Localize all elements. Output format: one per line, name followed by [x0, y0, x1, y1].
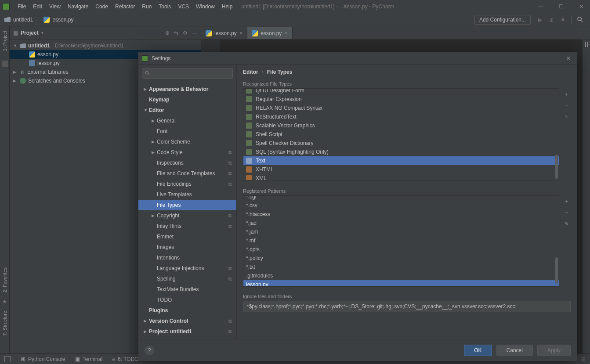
file-type-item[interactable]: Spell Checker Dictionary	[256, 140, 313, 146]
tree-file-lesson[interactable]: lesson.py	[37, 60, 60, 66]
nav-copyright[interactable]: ▶Copyright⧉	[138, 210, 236, 221]
nav-live-templates[interactable]: Live Templates	[138, 189, 236, 200]
maximize-button[interactable]: ☐	[555, 4, 567, 10]
menu-view[interactable]: View	[46, 2, 64, 11]
settings-search[interactable]	[142, 68, 233, 79]
nav-code-style[interactable]: ▶Code Style⧉	[138, 147, 236, 158]
search-icon[interactable]	[576, 15, 584, 24]
menu-help[interactable]: Help	[218, 2, 236, 11]
nav-emmet[interactable]: Emmet	[138, 231, 236, 242]
tree-file-esson[interactable]: esson.py	[37, 51, 58, 58]
scratches[interactable]: Scratches and Consoles	[28, 78, 85, 84]
close-icon[interactable]: ×	[239, 30, 243, 36]
nav-project[interactable]: ▶Project: untitled1⧉	[138, 326, 236, 337]
gutter-tab-favorites[interactable]: 2: Favorites	[1, 263, 8, 297]
nav-textmate[interactable]: TextMate Bundles	[138, 284, 236, 295]
file-type-item-selected[interactable]: Text	[256, 158, 265, 164]
python-console-tab[interactable]: ⌘Python Console	[20, 356, 65, 362]
nav-intentions[interactable]: Intentions	[138, 252, 236, 263]
nav-file-types[interactable]: File Types	[138, 200, 236, 210]
locate-icon[interactable]: ⊕	[165, 30, 170, 36]
close-icon[interactable]: ×	[284, 30, 288, 36]
gutter-tab-project[interactable]: 1: Project	[1, 26, 8, 55]
menu-code[interactable]: Code	[92, 2, 112, 11]
external-libraries[interactable]: External Libraries	[27, 69, 68, 75]
pattern-item[interactable]: *.jad	[246, 220, 257, 226]
pattern-item[interactable]: *.jam	[246, 229, 258, 235]
nav-file-templates[interactable]: File and Code Templates⧉	[138, 168, 236, 179]
expand-icon[interactable]: ⇆	[174, 30, 178, 36]
close-button[interactable]: ✕	[575, 4, 587, 10]
menu-vcs[interactable]: VCS	[174, 2, 192, 11]
tab-lesson[interactable]: lesson.py×	[201, 27, 247, 39]
pattern-item[interactable]: *.htaccess	[246, 211, 270, 217]
pattern-item[interactable]: *.cgi	[246, 195, 256, 200]
file-type-item[interactable]: Shell Script	[256, 131, 282, 137]
nav-lang-inject[interactable]: Language Injections⧉	[138, 263, 236, 274]
pattern-item-selected[interactable]: lesson.py	[246, 281, 268, 287]
nav-plugins[interactable]: Plugins	[138, 305, 236, 316]
file-type-item[interactable]: ReStructuredText	[256, 114, 297, 120]
nav-keymap[interactable]: Keymap	[138, 94, 236, 105]
edit-pattern-button[interactable]: ✎	[563, 220, 571, 228]
todo-tab[interactable]: ≡6: TODO	[112, 356, 139, 362]
pattern-item[interactable]: .gitmodules	[246, 273, 273, 279]
edit-file-type-button[interactable]: ✎	[563, 113, 571, 121]
nav-general[interactable]: ▶General	[138, 115, 236, 126]
help-button[interactable]: ?	[145, 346, 154, 355]
file-type-item[interactable]: RELAX NG Compact Syntax	[256, 105, 322, 111]
menu-run[interactable]: Run	[138, 2, 155, 11]
search-input[interactable]	[152, 70, 230, 76]
add-configuration-button[interactable]: Add Configuration...	[474, 15, 531, 25]
menu-tools[interactable]: Tools	[155, 2, 174, 11]
menu-refactor[interactable]: Refactor	[112, 2, 138, 11]
gear-icon[interactable]: ⚙	[183, 30, 188, 36]
run-icon[interactable]: ▶	[536, 15, 544, 24]
tab-esson[interactable]: esson.py×	[247, 27, 293, 39]
scrollbar[interactable]	[555, 257, 558, 284]
scrollbar[interactable]	[555, 155, 558, 179]
stop-icon[interactable]: ■	[558, 15, 567, 24]
menu-window[interactable]: Window	[192, 2, 218, 11]
patterns-list[interactable]: *.cgi *.csv *.htaccess *.jad *.jam *.mf …	[243, 195, 559, 287]
file-type-item[interactable]: Scalable Vector Graphics	[256, 123, 315, 129]
nav-appearance[interactable]: ▶Appearance & Behavior	[138, 84, 236, 94]
pattern-item[interactable]: *.opts	[246, 246, 260, 252]
debug-icon[interactable]: ⧗	[547, 15, 556, 24]
ok-button[interactable]: OK	[464, 345, 492, 356]
file-types-list[interactable]: Qt UI Designer Form Regular Expression R…	[243, 88, 559, 180]
dialog-close-button[interactable]: ✕	[564, 54, 573, 62]
minimize-button[interactable]: ―	[535, 4, 547, 10]
pattern-item[interactable]: *.txt	[246, 264, 255, 270]
file-type-item[interactable]: XHTML	[256, 166, 274, 173]
remove-file-type-button[interactable]: －	[563, 101, 571, 109]
project-panel-title[interactable]: Project	[21, 30, 39, 36]
breadcrumb-file[interactable]: esson.py	[52, 17, 73, 23]
ignore-input[interactable]	[243, 301, 571, 312]
apply-button[interactable]: Apply	[537, 345, 571, 356]
pattern-item[interactable]: *.mf	[246, 238, 255, 244]
nav-editor[interactable]: ▼Editor	[138, 105, 236, 115]
event-log-icon[interactable]: ⊟	[581, 356, 586, 362]
file-type-item[interactable]: Regular Expression	[256, 96, 302, 102]
tool-window-icon[interactable]	[4, 356, 11, 362]
file-type-item[interactable]: Qt UI Designer Form	[256, 88, 304, 94]
file-type-item[interactable]: SQL (Syntax Highlighting Only)	[256, 149, 329, 155]
breadcrumb-project[interactable]: untitled1	[13, 17, 33, 23]
nav-todo[interactable]: TODO	[138, 295, 236, 305]
pause-icon[interactable]	[585, 42, 588, 353]
nav-images[interactable]: Images	[138, 242, 236, 252]
hide-icon[interactable]: ―	[192, 30, 197, 36]
nav-inlay-hints[interactable]: Inlay Hints⧉	[138, 221, 236, 231]
nav-vcs[interactable]: ▶Version Control⧉	[138, 316, 236, 326]
add-file-type-button[interactable]: ＋	[563, 90, 571, 98]
pattern-item[interactable]: *.policy	[246, 255, 263, 261]
menu-navigate[interactable]: Navigate	[64, 2, 92, 11]
gutter-tab-structure[interactable]: 7: Structure	[1, 306, 8, 340]
pattern-item[interactable]: *.csv	[246, 202, 257, 209]
cancel-button[interactable]: Cancel	[496, 345, 533, 356]
nav-file-encodings[interactable]: File Encodings⧉	[138, 179, 236, 189]
nav-font[interactable]: Font	[138, 126, 236, 137]
file-type-item[interactable]: XML	[256, 175, 267, 180]
menu-file[interactable]: File	[14, 2, 29, 11]
